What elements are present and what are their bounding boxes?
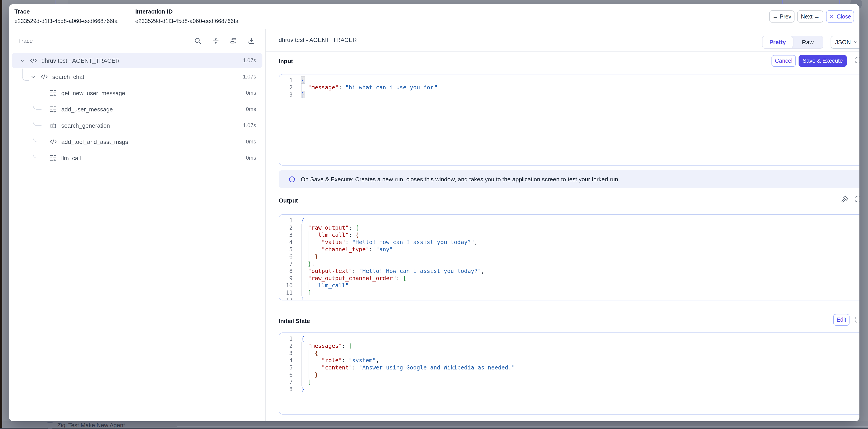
code-line: 2"messages": [ [279, 342, 860, 349]
code-line: 6} [279, 371, 860, 378]
code-line: 3} [279, 91, 860, 98]
line-number: 3 [279, 91, 297, 98]
code-line: 5"channel_type": "any" [279, 246, 860, 253]
list-layout-icon[interactable] [229, 37, 237, 45]
line-number: 8 [279, 268, 297, 275]
tree-connector [22, 68, 29, 81]
background-checkbox [47, 422, 53, 429]
line-number: 2 [279, 224, 297, 232]
info-icon [288, 176, 296, 182]
tree-item-add-tool-and-asst-msgs[interactable]: add_tool_and_asst_msgs0ms [12, 134, 262, 149]
chevron-down-icon[interactable] [30, 74, 36, 80]
trace-modal: Trace e233529d-d1f3-45d8-a060-eedf668766… [9, 4, 860, 421]
line-number: 1 [279, 335, 297, 342]
duration-badge: 1.07s [243, 57, 256, 64]
expand-input-icon[interactable] [855, 57, 860, 64]
interaction-id: e233529d-d1f3-45d8-a060-eedf668766fa [135, 18, 238, 24]
download-icon[interactable] [248, 37, 255, 45]
duration-badge: 0ms [246, 106, 256, 112]
sidebar-title: Trace [18, 37, 33, 44]
tree-item-dhruv-test-agent-tracer[interactable]: dhruv test - AGENT_TRACER1.07s [12, 53, 262, 68]
view-option-pretty[interactable]: Pretty [763, 36, 793, 48]
edit-button[interactable]: Edit [833, 314, 849, 326]
code-line: 12} [279, 296, 860, 301]
fold-vertical-icon[interactable] [212, 37, 220, 45]
background-bottom-bar [0, 428, 868, 429]
tree-item-get-new-user-message[interactable]: get_new_user_message0ms [12, 85, 262, 101]
tree-item-add-user-message[interactable]: add_user_message0ms [12, 101, 262, 117]
code-line: 8} [279, 386, 860, 393]
code-line: 7] [279, 378, 860, 386]
view-option-raw[interactable]: Raw [793, 36, 823, 48]
line-number: 10 [279, 282, 297, 289]
prev-button[interactable]: ← Prev [769, 10, 795, 23]
tree-item-llm-call[interactable]: llm_call0ms [12, 150, 262, 165]
search-icon[interactable] [194, 37, 202, 45]
duration-badge: 0ms [246, 139, 256, 145]
line-number: 7 [279, 378, 297, 386]
trace-id: e233529d-d1f3-45d8-a060-eedf668766fa [14, 18, 118, 24]
line-number: 2 [279, 342, 297, 349]
next-button[interactable]: Next → [797, 10, 824, 23]
chevron-down-icon[interactable] [20, 58, 25, 63]
tree-item-search-chat[interactable]: search_chat1.07s [12, 69, 262, 84]
save-execute-banner: On Save & Execute: Creates a new run, cl… [279, 170, 860, 188]
input-editor[interactable]: 1{2"message": "hi what can i use you for… [279, 74, 860, 165]
code-icon [30, 57, 37, 64]
trace-tree: dhruv test - AGENT_TRACER1.07ssearch_cha… [9, 49, 265, 419]
code-line: 11] [279, 289, 860, 296]
code-line: 2"raw_output": { [279, 224, 860, 232]
code-line: 5"content": "Answer using Google and Wik… [279, 364, 860, 371]
bot-icon [50, 122, 57, 129]
duration-badge: 1.07s [243, 73, 256, 80]
close-icon [829, 14, 834, 19]
sliders-icon [50, 89, 57, 96]
expand-initial-state-icon[interactable] [855, 316, 860, 323]
code-line: 9"raw_output_channel_order": [ [279, 275, 860, 282]
detail-panel: dhruv test - AGENT_TRACER PrettyRaw JSON… [266, 29, 860, 421]
expand-output-icon[interactable] [855, 196, 860, 203]
code-line: 2"message": "hi what can i use you for" [279, 84, 860, 91]
code-line: 10"llm_call" [279, 282, 860, 289]
background-divider [177, 426, 868, 427]
sliders-icon [50, 154, 57, 161]
gavel-icon[interactable] [841, 195, 848, 203]
screen: Ziqi Test Make New Agent Trace e233529d-… [0, 0, 868, 429]
code-line: 1{ [279, 77, 860, 84]
line-number: 8 [279, 386, 297, 393]
sliders-icon [50, 105, 57, 113]
format-select[interactable]: JSON [831, 36, 860, 49]
line-number: 3 [279, 232, 297, 239]
line-number: 4 [279, 357, 297, 364]
code-line: 3{ [279, 349, 860, 357]
line-number: 6 [279, 371, 297, 378]
line-number: 5 [279, 246, 297, 253]
code-icon [40, 73, 48, 80]
trace-label: Trace [14, 8, 30, 15]
input-section-label: Input [279, 58, 293, 64]
output-section-label: Output [279, 197, 298, 204]
line-number: 3 [279, 349, 297, 357]
initial-state-section-label: Initial State [279, 317, 310, 324]
span-title: dhruv test - AGENT_TRACER [279, 36, 357, 43]
chevron-down-icon [853, 40, 858, 45]
close-button[interactable]: Close [826, 10, 854, 23]
line-number: 6 [279, 253, 297, 260]
line-number: 4 [279, 239, 297, 246]
output-editor[interactable]: 1{2"raw_output": {3"llm_call": {4"value"… [279, 214, 860, 301]
code-line: 1{ [279, 335, 860, 342]
duration-badge: 0ms [246, 90, 256, 96]
tree-item-search-generation[interactable]: search_generation1.07s [12, 118, 262, 133]
initial-state-editor[interactable]: 1{2"messages": [3{4"role": "system",5"co… [279, 333, 860, 415]
line-number: 1 [279, 77, 297, 84]
save-execute-button[interactable]: Save & Execute [799, 55, 847, 67]
code-line: 3"llm_call": { [279, 232, 860, 239]
code-line: 4"value": "Hello! How can I assist you t… [279, 239, 860, 246]
line-number: 11 [279, 289, 297, 296]
modal-header: Trace e233529d-d1f3-45d8-a060-eedf668766… [9, 4, 860, 30]
code-line: 7}, [279, 260, 860, 268]
duration-badge: 1.07s [243, 122, 256, 128]
desktop-edge [0, 0, 2, 429]
code-line: 4"role": "system", [279, 357, 860, 364]
cancel-button[interactable]: Cancel [772, 55, 796, 67]
